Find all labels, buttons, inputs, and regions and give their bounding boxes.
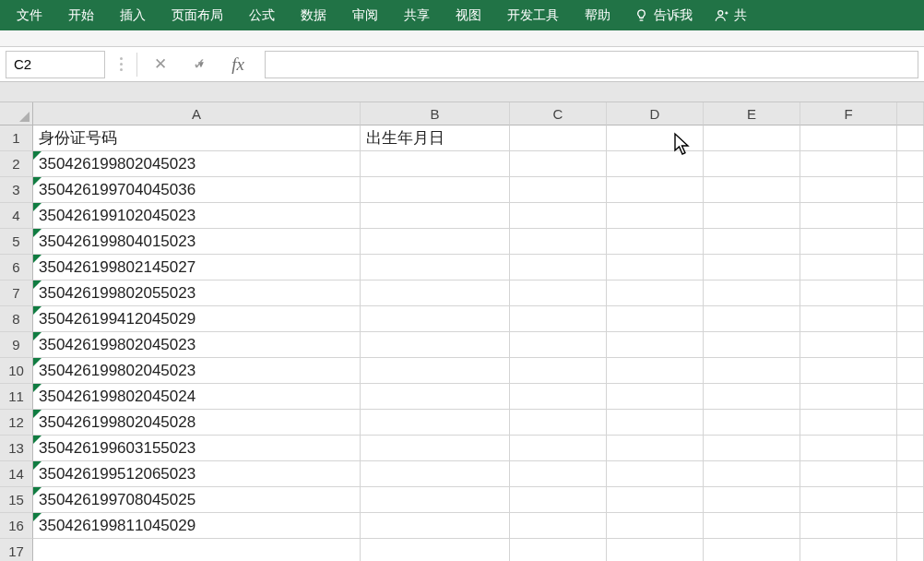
cell-B2[interactable] [361, 151, 510, 177]
cell-A5[interactable]: 350426199804015023 [33, 229, 361, 255]
cell-E5[interactable] [704, 229, 800, 255]
column-header-B[interactable]: B [361, 102, 510, 125]
cell-10[interactable] [897, 358, 924, 384]
cell-15[interactable] [897, 487, 924, 513]
cell-B10[interactable] [361, 358, 510, 384]
cell-D1[interactable] [607, 125, 704, 151]
cell-B4[interactable] [361, 203, 510, 229]
row-header-17[interactable]: 17 [0, 539, 33, 561]
cell-D7[interactable] [607, 280, 704, 306]
cancel-button[interactable]: ✕ [145, 51, 176, 78]
column-header-C[interactable]: C [510, 102, 607, 125]
cell-F15[interactable] [800, 487, 897, 513]
ribbon-tab-10[interactable]: 帮助 [572, 0, 623, 30]
cell-E9[interactable] [704, 332, 800, 358]
cell-E8[interactable] [704, 306, 800, 332]
cell-2[interactable] [897, 151, 924, 177]
cell-B15[interactable] [361, 487, 510, 513]
column-header-F[interactable]: F [800, 102, 897, 125]
row-header-11[interactable]: 11 [0, 384, 33, 410]
cell-F10[interactable] [800, 358, 897, 384]
cell-E7[interactable] [704, 280, 800, 306]
cell-A2[interactable]: 350426199802045023 [33, 151, 361, 177]
cell-C8[interactable] [510, 306, 607, 332]
cell-A17[interactable] [33, 539, 361, 561]
cell-A3[interactable]: 350426199704045036 [33, 177, 361, 203]
cell-F1[interactable] [800, 125, 897, 151]
cell-D13[interactable] [607, 436, 704, 461]
cell-16[interactable] [897, 513, 924, 539]
cell-3[interactable] [897, 177, 924, 203]
cell-F13[interactable] [800, 436, 897, 461]
cell-C10[interactable] [510, 358, 607, 384]
cell-C13[interactable] [510, 436, 607, 461]
ribbon-tab-8[interactable]: 视图 [443, 0, 494, 30]
cell-B7[interactable] [361, 280, 510, 306]
cell-C2[interactable] [510, 151, 607, 177]
cell-C9[interactable] [510, 332, 607, 358]
cell-A4[interactable]: 350426199102045023 [33, 203, 361, 229]
ribbon-tab-0[interactable]: 文件 [4, 0, 55, 30]
cell-B12[interactable] [361, 410, 510, 436]
cell-D8[interactable] [607, 306, 704, 332]
cell-B6[interactable] [361, 255, 510, 280]
cell-E10[interactable] [704, 358, 800, 384]
cell-E11[interactable] [704, 384, 800, 410]
select-all-corner[interactable] [0, 102, 33, 125]
cell-C5[interactable] [510, 229, 607, 255]
cell-F5[interactable] [800, 229, 897, 255]
cell-A10[interactable]: 350426199802045023 [33, 358, 361, 384]
cell-E4[interactable] [704, 203, 800, 229]
confirm-button[interactable]: ✓ [184, 51, 215, 78]
cell-D2[interactable] [607, 151, 704, 177]
cell-F6[interactable] [800, 255, 897, 280]
column-header-D[interactable]: D [607, 102, 704, 125]
cell-D16[interactable] [607, 513, 704, 539]
cell-D12[interactable] [607, 410, 704, 436]
cell-A6[interactable]: 350426199802145027 [33, 255, 361, 280]
cell-A9[interactable]: 350426199802045023 [33, 332, 361, 358]
cell-B5[interactable] [361, 229, 510, 255]
cell-B13[interactable] [361, 436, 510, 461]
cell-F16[interactable] [800, 513, 897, 539]
formula-bar-options[interactable] [113, 57, 129, 71]
cell-A13[interactable]: 350426199603155023 [33, 436, 361, 461]
cell-17[interactable] [897, 539, 924, 561]
row-header-14[interactable]: 14 [0, 461, 33, 487]
cell-F3[interactable] [800, 177, 897, 203]
cell-C14[interactable] [510, 461, 607, 487]
ribbon-tab-3[interactable]: 页面布局 [159, 0, 236, 30]
row-header-16[interactable]: 16 [0, 513, 33, 539]
cell-D3[interactable] [607, 177, 704, 203]
cell-11[interactable] [897, 384, 924, 410]
cell-E1[interactable] [704, 125, 800, 151]
cell-D15[interactable] [607, 487, 704, 513]
row-header-12[interactable]: 12 [0, 410, 33, 436]
cell-4[interactable] [897, 203, 924, 229]
row-header-9[interactable]: 9 [0, 332, 33, 358]
cell-D11[interactable] [607, 384, 704, 410]
cell-1[interactable] [897, 125, 924, 151]
row-header-2[interactable]: 2 [0, 151, 33, 177]
row-header-10[interactable]: 10 [0, 358, 33, 384]
ribbon-tab-6[interactable]: 审阅 [339, 0, 391, 30]
row-header-6[interactable]: 6 [0, 255, 33, 280]
cell-E3[interactable] [704, 177, 800, 203]
cell-B14[interactable] [361, 461, 510, 487]
cell-B9[interactable] [361, 332, 510, 358]
cell-D5[interactable] [607, 229, 704, 255]
cell-E2[interactable] [704, 151, 800, 177]
cell-F7[interactable] [800, 280, 897, 306]
cell-A11[interactable]: 350426199802045024 [33, 384, 361, 410]
share-button[interactable]: 共 [704, 0, 758, 30]
cell-A14[interactable]: 350426199512065023 [33, 461, 361, 487]
cell-B3[interactable] [361, 177, 510, 203]
fx-button[interactable]: fx [222, 51, 254, 78]
ribbon-tab-1[interactable]: 开始 [55, 0, 107, 30]
ribbon-tab-7[interactable]: 共享 [391, 0, 443, 30]
cell-E6[interactable] [704, 255, 800, 280]
cell-E12[interactable] [704, 410, 800, 436]
cell-5[interactable] [897, 229, 924, 255]
cell-C6[interactable] [510, 255, 607, 280]
row-header-8[interactable]: 8 [0, 306, 33, 332]
